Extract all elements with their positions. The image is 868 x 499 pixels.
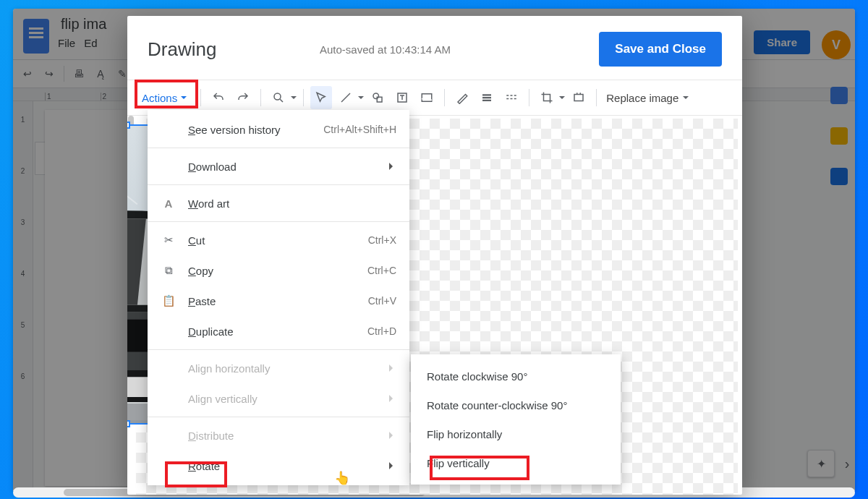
- copy-icon: ⧉: [161, 264, 176, 277]
- shortcut-label: Ctrl+V: [368, 295, 396, 307]
- vertical-ruler: 1 2 3 4 5 6: [13, 101, 33, 492]
- save-and-close-button[interactable]: Save and Close: [599, 32, 722, 67]
- highlight-flip-vertical: [430, 456, 529, 480]
- paste-icon: 📋: [161, 294, 176, 307]
- menu-item-flip-horizontal[interactable]: Flip horizontally: [411, 419, 621, 448]
- separator: [260, 89, 261, 106]
- caret-down-icon[interactable]: [291, 96, 297, 102]
- highlight-actions: [135, 80, 198, 108]
- menu-item-align-vertical: Align vertically: [148, 383, 409, 414]
- caret-down-icon[interactable]: [683, 96, 689, 102]
- menu-item-rotate-cw[interactable]: Rotate clockwise 90°: [411, 362, 621, 391]
- textbox-tool-icon[interactable]: [391, 86, 413, 109]
- select-tool-icon[interactable]: [310, 86, 332, 109]
- replace-image-button[interactable]: Replace image: [603, 92, 681, 104]
- shape-tool-icon[interactable]: [367, 86, 388, 109]
- submenu-arrow-icon: [389, 432, 396, 439]
- separator: [200, 89, 201, 106]
- menu-separator: [148, 148, 409, 148]
- menu-separator: [148, 417, 409, 417]
- ruler-tick: 2: [101, 93, 107, 101]
- shortcut-label: Ctrl+X: [368, 234, 396, 246]
- shortcut-label: Ctrl+D: [367, 325, 396, 337]
- svg-point-1: [373, 93, 379, 99]
- separator: [444, 89, 445, 106]
- submenu-arrow-icon: [389, 163, 396, 170]
- undo-icon[interactable]: ↩: [20, 67, 35, 81]
- menu-bar: File Ed: [58, 37, 109, 49]
- resize-handle[interactable]: [127, 420, 130, 427]
- highlight-rotate: [165, 461, 227, 487]
- shortcut-label: Ctrl+C: [367, 265, 396, 276]
- menu-item-paste[interactable]: 📋 Paste Ctrl+V: [148, 286, 409, 316]
- svg-point-0: [274, 93, 281, 100]
- menu-label: Align horizontally: [188, 362, 378, 375]
- image-tool-icon[interactable]: [416, 86, 438, 109]
- svg-rect-5: [574, 95, 583, 101]
- menu-separator: [148, 349, 409, 350]
- crop-icon[interactable]: [536, 86, 558, 109]
- redo-icon[interactable]: ↪: [42, 67, 56, 81]
- border-dash-icon[interactable]: [501, 86, 522, 109]
- submenu-arrow-icon: [389, 395, 396, 402]
- account-avatar[interactable]: V: [822, 30, 851, 59]
- menu-item-distribute: Distribute: [148, 420, 409, 451]
- submenu-arrow-icon: [389, 462, 396, 469]
- menu-separator: [148, 221, 409, 222]
- wordart-icon: A: [161, 197, 176, 210]
- menu-item-download[interactable]: Download: [148, 151, 409, 182]
- separator: [64, 66, 64, 82]
- shortcut-label: Ctrl+Alt+Shift+H: [323, 124, 396, 135]
- reset-image-icon[interactable]: [568, 86, 590, 109]
- separator: [596, 89, 597, 106]
- explore-button[interactable]: ✦: [807, 450, 835, 477]
- menu-item-word-art[interactable]: A Word art: [148, 188, 409, 218]
- menu-item-rotate-ccw[interactable]: Rotate counter-clockwise 90°: [411, 391, 621, 419]
- undo-icon[interactable]: [208, 86, 229, 109]
- ruler-tick: 1: [45, 93, 51, 101]
- ruler-tick: 3: [21, 218, 25, 226]
- menu-item-version-history[interactable]: SSee version historyee version history C…: [148, 114, 409, 145]
- actions-menu: SSee version historyee version history C…: [148, 110, 409, 485]
- collapse-side-panel-icon[interactable]: ›: [839, 453, 855, 474]
- caret-down-icon[interactable]: [559, 96, 565, 102]
- docs-logo-icon[interactable]: [23, 19, 49, 54]
- dialog-title: Drawing: [148, 38, 307, 61]
- border-color-icon[interactable]: [451, 86, 473, 109]
- calendar-icon[interactable]: [830, 87, 848, 104]
- menu-separator: [148, 184, 409, 185]
- menu-edit[interactable]: Ed: [84, 37, 97, 49]
- redo-icon[interactable]: [232, 86, 254, 109]
- autosave-status: Auto-saved at 10:43:14 AM: [320, 43, 586, 56]
- share-button[interactable]: Share: [754, 30, 810, 54]
- resize-handle[interactable]: [127, 121, 130, 129]
- side-panel: [822, 87, 855, 185]
- document-title[interactable]: flip ima: [58, 14, 109, 34]
- menu-file[interactable]: File: [58, 37, 75, 49]
- menu-item-copy[interactable]: ⧉ Copy Ctrl+C: [148, 255, 409, 286]
- tasks-icon[interactable]: [830, 168, 848, 185]
- separator: [303, 89, 304, 106]
- spellcheck-icon[interactable]: Ą: [93, 67, 108, 81]
- line-tool-icon[interactable]: [335, 86, 357, 109]
- cut-icon: ✂: [161, 234, 176, 247]
- border-weight-icon[interactable]: [476, 86, 498, 109]
- ruler-tick: 2: [21, 167, 25, 175]
- ruler-tick: 1: [21, 116, 25, 124]
- menu-label: Align vertically: [188, 393, 378, 405]
- dialog-header: Drawing Auto-saved at 10:43:14 AM Save a…: [127, 16, 742, 80]
- menu-item-cut[interactable]: ✂ Cut Ctrl+X: [148, 225, 409, 255]
- caret-down-icon[interactable]: [358, 96, 364, 102]
- ruler-tick: 4: [21, 270, 25, 278]
- cursor-pointer-icon: 👆: [334, 470, 350, 486]
- separator: [529, 89, 529, 106]
- menu-item-align-horizontal: Align horizontally: [148, 353, 409, 383]
- menu-item-duplicate[interactable]: Duplicate Ctrl+D: [148, 316, 409, 346]
- print-icon[interactable]: 🖶: [72, 67, 86, 81]
- ruler-tick: 6: [21, 372, 25, 380]
- keep-icon[interactable]: [830, 127, 848, 145]
- submenu-arrow-icon: [389, 364, 396, 372]
- ruler-tick: 5: [21, 321, 25, 329]
- zoom-icon[interactable]: [268, 86, 289, 109]
